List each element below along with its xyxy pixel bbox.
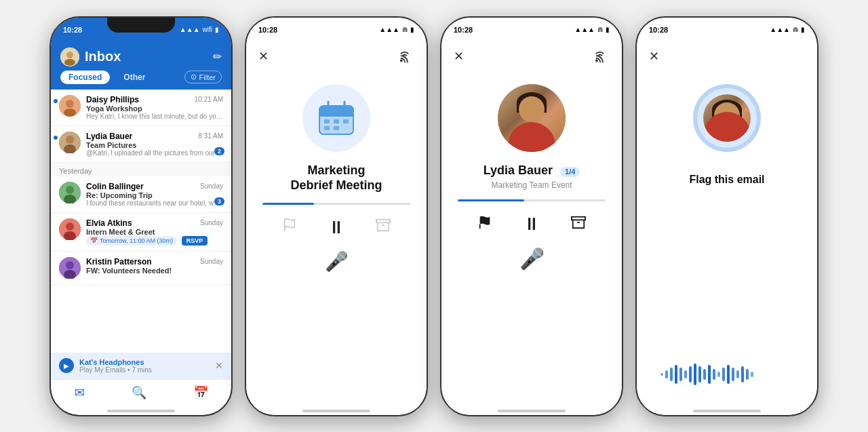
sender-kristin: Kristin Patterson	[86, 257, 152, 267]
email-content-colin: Colin Ballinger Sunday Re: Upcoming Trip…	[86, 182, 223, 207]
flag-button-3[interactable]	[477, 215, 492, 234]
svg-rect-28	[324, 126, 330, 130]
rsvp-button[interactable]: RSVP	[182, 236, 208, 246]
filter-button[interactable]: ⊙ Filter	[184, 71, 222, 83]
play-header-2: ✕	[246, 42, 427, 71]
nav-search[interactable]: 🔍	[132, 385, 146, 400]
status-icons-4: ▲▲▲ ⋒ ▮	[770, 26, 805, 33]
archive-button-3[interactable]	[571, 215, 586, 234]
inbox-title-row: Inbox ✏	[60, 47, 222, 66]
email-item-colin[interactable]: Colin Ballinger Sunday Re: Upcoming Trip…	[51, 176, 231, 213]
pause-button-3[interactable]: ⏸	[523, 214, 540, 235]
notch-3	[498, 18, 566, 33]
svg-rect-52	[732, 368, 734, 381]
wifi-icon-4: ⋒	[793, 26, 798, 33]
email-item-lydia[interactable]: Lydia Bauer 8:31 AM Team Pictures @Katri…	[51, 126, 231, 163]
home-bar-2	[302, 410, 370, 412]
svg-rect-48	[713, 369, 715, 380]
svg-rect-42	[684, 370, 687, 378]
svg-rect-38	[665, 370, 668, 378]
archive-button-2[interactable]	[376, 218, 391, 237]
status-time-2: 10:28	[258, 26, 277, 34]
subject-elvia: Intern Meet & Greet	[86, 228, 223, 236]
play-artwork-calendar	[246, 71, 427, 163]
svg-point-18	[401, 60, 402, 61]
time-colin: Sunday	[200, 182, 223, 190]
play-info-contact: Lydia Bauer 1/4 Marketing Team Event	[441, 163, 622, 200]
pause-button-2[interactable]: ⏸	[328, 217, 345, 238]
play-artwork-contact	[441, 71, 622, 163]
play-title-contact: Lydia Bauer 1/4	[484, 163, 580, 177]
tabs-row: Focused Other ⊙ Filter	[60, 71, 222, 84]
mic-row-3: 🎤	[441, 241, 622, 281]
email-item-elvia[interactable]: Elvia Atkins Sunday Intern Meet & Greet …	[51, 213, 231, 252]
user-avatar[interactable]	[60, 47, 79, 66]
close-now-playing[interactable]: ✕	[215, 360, 223, 371]
play-button[interactable]: ▶	[59, 358, 74, 373]
play-header-4: ✕	[637, 42, 817, 71]
flag-art-inner	[703, 94, 751, 142]
svg-rect-39	[670, 368, 673, 381]
play-title-calendar: MarketingDebrief Meeting	[262, 163, 410, 193]
inbox-header: Inbox ✏ Focused Other ⊙ Filter	[51, 42, 231, 90]
close-button-4[interactable]: ✕	[649, 49, 659, 64]
badge-lydia: 2	[214, 147, 224, 155]
now-playing-bar[interactable]: ▶ Kat's Headphones Play My Emails • 7 mi…	[51, 353, 231, 379]
svg-rect-54	[741, 366, 744, 382]
email-list: Daisy Phillips 10:21 AM Yoga Workshop He…	[51, 90, 231, 353]
sender-row-kristin: Kristin Patterson Sunday	[86, 257, 223, 267]
phone-flag: 10:28 ▲▲▲ ⋒ ▮ ✕ Flag t	[635, 16, 818, 416]
play-screen-contact: ✕	[441, 42, 622, 415]
phone-contact: 10:28 ▲▲▲ ⋒ ▮ ✕	[440, 16, 623, 416]
close-button-2[interactable]: ✕	[258, 49, 269, 64]
sender-elvia: Elvia Atkins	[86, 218, 132, 228]
status-bar-2: 10:28 ▲▲▲ ⋒ ▮	[246, 18, 427, 42]
focused-tab[interactable]: Focused	[60, 71, 110, 84]
nav-mail[interactable]: ✉	[75, 385, 85, 400]
email-item-kristin[interactable]: Kristin Patterson Sunday FW: Volunteers …	[51, 252, 231, 285]
svg-rect-51	[727, 365, 730, 384]
contact-art	[498, 84, 566, 152]
svg-point-13	[66, 222, 74, 231]
mic-button-2[interactable]: 🎤	[325, 250, 349, 273]
now-playing-title: Kat's Headphones	[79, 358, 210, 366]
person-body-4	[703, 112, 751, 142]
home-bar-1	[107, 410, 175, 412]
sender-colin: Colin Ballinger	[86, 182, 144, 191]
play-header-3: ✕	[441, 42, 622, 71]
avatar-elvia	[59, 218, 81, 240]
other-tab[interactable]: Other	[115, 71, 153, 84]
compose-icon[interactable]: ✏	[213, 50, 222, 63]
nav-calendar[interactable]: 📅	[193, 385, 208, 400]
svg-rect-25	[324, 119, 330, 123]
status-time-1: 10:28	[63, 26, 82, 34]
preview-elvia: 📅 Tomorrow, 11:00 AM (30m) RSVP	[86, 236, 223, 246]
battery-icon-3: ▮	[606, 26, 610, 33]
mic-button-3[interactable]: 🎤	[519, 247, 545, 271]
avatar-daisy	[59, 95, 81, 117]
play-screen-flag: ✕ Flag this email	[637, 42, 817, 415]
cast-icon-2[interactable]	[399, 49, 414, 64]
play-screen-calendar: ✕	[246, 42, 427, 415]
status-icons-2: ▲▲▲ ⋒ ▮	[379, 26, 414, 33]
status-time-3: 10:28	[454, 26, 473, 34]
svg-rect-55	[746, 369, 749, 380]
phone-calendar: 10:28 ▲▲▲ ⋒ ▮ ✕	[245, 16, 428, 416]
svg-rect-56	[751, 372, 753, 377]
signal-icon-2: ▲▲▲	[379, 26, 399, 33]
phone-inbox: 10:28 ▲▲▲ wifi ▮ Inbox ✏ Focused Other	[50, 16, 233, 416]
subject-colin: Re: Upcoming Trip	[86, 191, 223, 199]
now-playing-subtitle: Play My Emails • 7 mins	[79, 366, 210, 374]
preview-colin: I found these restaurants near our hotel…	[86, 199, 223, 207]
close-button-3[interactable]: ✕	[454, 49, 464, 64]
time-lydia: 8:31 AM	[198, 132, 223, 140]
bottom-nav: ✉ 🔍 📅	[51, 379, 231, 404]
person-face	[519, 96, 545, 122]
svg-rect-49	[717, 372, 720, 377]
badge-colin: 3	[214, 197, 224, 205]
svg-point-4	[66, 100, 74, 108]
cast-icon-3[interactable]	[595, 49, 610, 64]
email-item-daisy[interactable]: Daisy Phillips 10:21 AM Yoga Workshop He…	[51, 90, 231, 126]
calendar-chip-elvia: 📅 Tomorrow, 11:00 AM (30m)	[86, 236, 177, 246]
flag-button-2[interactable]	[282, 218, 297, 237]
